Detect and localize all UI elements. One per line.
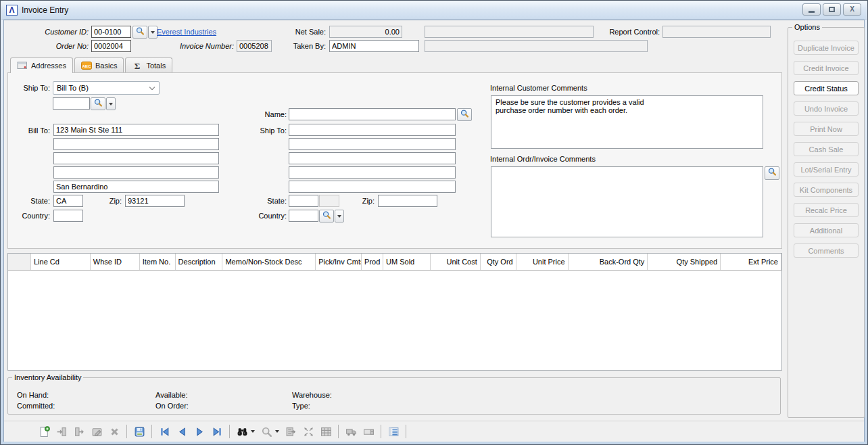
recalc-price-button[interactable]: Recalc Price bbox=[794, 203, 859, 217]
next-record-button[interactable] bbox=[191, 423, 208, 440]
bill-to-line-3[interactable] bbox=[53, 152, 219, 164]
column-header-qty-shipped[interactable]: Qty Shipped bbox=[648, 254, 721, 270]
items-table-body[interactable] bbox=[8, 271, 781, 371]
bill-to-line-4[interactable] bbox=[53, 166, 219, 179]
items-table-header: Line CdWhse IDItem No.DescriptionMemo/No… bbox=[8, 254, 781, 271]
taken-by-input[interactable] bbox=[329, 40, 419, 52]
duplicate-invoice-button[interactable]: Duplicate Invoice bbox=[794, 41, 859, 55]
additional-button[interactable]: Additional bbox=[794, 223, 859, 237]
maximize-button[interactable] bbox=[823, 3, 841, 16]
column-header-ext-price[interactable]: Ext Price bbox=[721, 254, 781, 270]
tab-totals[interactable]: ΣTotals bbox=[125, 57, 172, 72]
order-comments-lookup-button[interactable] bbox=[765, 166, 779, 180]
comments-button[interactable]: Comments bbox=[794, 243, 859, 258]
cash-sale-button[interactable]: Cash Sale bbox=[794, 142, 859, 156]
save-icon bbox=[134, 426, 145, 438]
save-button[interactable] bbox=[130, 423, 148, 440]
shipping-icon bbox=[345, 426, 357, 438]
dropdown-arrow-icon bbox=[151, 31, 155, 34]
credit-invoice-button[interactable]: Credit Invoice bbox=[794, 61, 859, 75]
undo-invoice-button[interactable]: Undo Invoice bbox=[794, 101, 859, 116]
close-button[interactable]: X bbox=[843, 3, 861, 16]
customer-id-input[interactable] bbox=[91, 26, 131, 38]
credit-status-button[interactable]: Credit Status bbox=[794, 81, 859, 95]
export-grid-button[interactable] bbox=[282, 423, 299, 440]
column-header-line-cd[interactable]: Line Cd bbox=[31, 254, 91, 270]
ship-state-input[interactable] bbox=[289, 195, 318, 207]
ship-to-line-4[interactable] bbox=[289, 166, 456, 179]
header-extra-field-1 bbox=[425, 26, 594, 38]
order-no-input[interactable] bbox=[91, 40, 131, 52]
bill-to-line-5[interactable] bbox=[53, 181, 219, 193]
title-bar[interactable]: Λ Invoice Entry X bbox=[1, 1, 867, 20]
customer-name-link[interactable]: Everest Industries bbox=[157, 28, 216, 36]
column-header-pick-inv-cmts[interactable]: Pick/Inv Cmts bbox=[316, 254, 362, 270]
combo-box-button[interactable] bbox=[360, 423, 377, 440]
ship-to-line-5[interactable] bbox=[289, 181, 456, 193]
grid-view-button[interactable] bbox=[317, 423, 335, 440]
column-header-description[interactable]: Description bbox=[176, 254, 223, 270]
edit-record-button[interactable] bbox=[88, 423, 105, 440]
inventory-label: Warehouse: bbox=[292, 390, 332, 400]
bill-zip-input[interactable] bbox=[125, 195, 185, 207]
ship-zip-input[interactable] bbox=[378, 195, 437, 207]
minimize-button[interactable] bbox=[802, 3, 821, 16]
zoom-button[interactable] bbox=[258, 423, 275, 440]
arrow-out-of-box-button[interactable] bbox=[70, 423, 88, 440]
bill-to-line-2[interactable] bbox=[53, 138, 219, 150]
previous-record-button[interactable] bbox=[173, 423, 191, 440]
ship-to-line-1[interactable] bbox=[289, 124, 456, 136]
ship-to-line-2[interactable] bbox=[289, 138, 456, 150]
line-detail-button[interactable] bbox=[385, 423, 402, 440]
arrow-into-box-icon bbox=[56, 426, 68, 438]
bill-country-input[interactable] bbox=[53, 210, 83, 222]
column-header-memo-non-stock-desc[interactable]: Memo/Non-Stock Desc bbox=[222, 254, 316, 270]
ship-country-input[interactable] bbox=[289, 210, 318, 222]
ship-to-lookup-dropdown[interactable] bbox=[106, 97, 116, 110]
find-dropdown-icon[interactable] bbox=[251, 430, 255, 433]
find-button[interactable] bbox=[233, 423, 251, 440]
zoom-dropdown-icon[interactable] bbox=[275, 430, 279, 433]
inventory-label: On Order: bbox=[155, 400, 189, 411]
ship-country-lookup-dropdown[interactable] bbox=[335, 210, 344, 222]
print-now-button[interactable]: Print Now bbox=[794, 122, 859, 136]
ship-country-lookup-button[interactable] bbox=[319, 210, 334, 222]
next-record-icon bbox=[194, 426, 206, 438]
customer-comments-box[interactable]: Please be sure the customer provides a v… bbox=[491, 95, 763, 149]
first-record-button[interactable] bbox=[155, 423, 173, 440]
delete-record-button[interactable] bbox=[105, 423, 123, 440]
ship-to-lookup-input[interactable] bbox=[53, 97, 90, 110]
ship-to-lookup-button[interactable] bbox=[91, 97, 105, 110]
column-header-unit-cost[interactable]: Unit Cost bbox=[431, 254, 481, 270]
row-selector-header[interactable] bbox=[8, 254, 31, 270]
maximize-icon bbox=[829, 7, 835, 12]
minimize-icon bbox=[809, 11, 815, 13]
last-record-button[interactable] bbox=[208, 423, 226, 440]
customer-lookup-button[interactable] bbox=[132, 26, 147, 39]
bill-to-line-1[interactable] bbox=[53, 124, 219, 136]
column-header-item-no-[interactable]: Item No. bbox=[140, 254, 176, 270]
column-header-qty-ord[interactable]: Qty Ord bbox=[481, 254, 516, 270]
new-record-button[interactable] bbox=[35, 423, 53, 440]
bottom-toolbar bbox=[4, 421, 864, 442]
tab-addresses[interactable]: Addresses bbox=[10, 57, 73, 73]
customer-lookup-dropdown[interactable] bbox=[148, 26, 158, 39]
column-header-back-ord-qty[interactable]: Back-Ord Qty bbox=[569, 254, 648, 270]
ship-name-input[interactable] bbox=[289, 108, 456, 120]
lot-serial-entry-button[interactable]: Lot/Serial Entry bbox=[794, 162, 859, 177]
bill-state-input[interactable] bbox=[53, 195, 83, 207]
tab-basics[interactable]: ABCBasics bbox=[74, 57, 124, 72]
ship-to-combobox[interactable]: Bill To (B) bbox=[53, 81, 160, 95]
arrow-into-box-button[interactable] bbox=[53, 423, 70, 440]
kit-components-button[interactable]: Kit Components bbox=[794, 183, 859, 197]
column-header-prod[interactable]: Prod bbox=[362, 254, 383, 270]
column-header-unit-price[interactable]: Unit Price bbox=[516, 254, 569, 270]
column-header-whse-id[interactable]: Whse ID bbox=[91, 254, 140, 270]
fit-grid-button[interactable] bbox=[299, 423, 317, 440]
ship-name-lookup-button[interactable] bbox=[457, 108, 472, 121]
ship-to-line-3[interactable] bbox=[289, 152, 456, 164]
order-comments-box[interactable] bbox=[491, 166, 763, 237]
shipping-button[interactable] bbox=[342, 423, 360, 440]
magnifier-icon bbox=[460, 109, 470, 121]
column-header-um-sold[interactable]: UM Sold bbox=[383, 254, 431, 270]
